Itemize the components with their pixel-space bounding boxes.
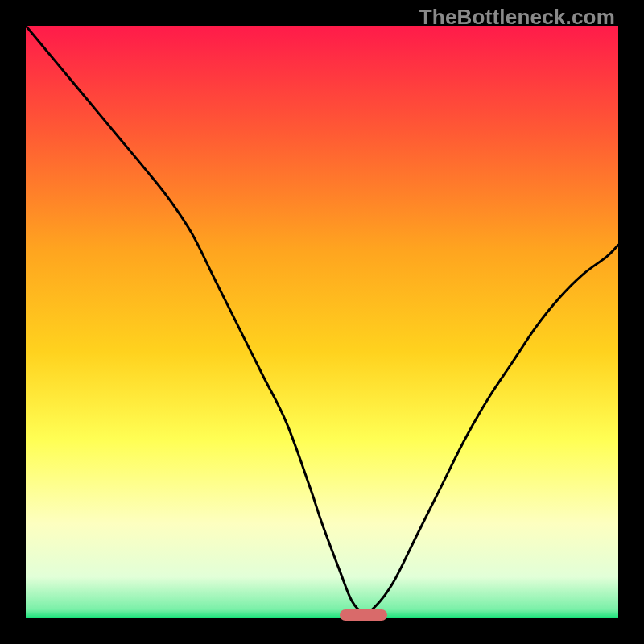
optimal-marker xyxy=(340,609,387,621)
chart-frame xyxy=(26,26,618,618)
gradient-background xyxy=(26,26,618,618)
bottleneck-chart xyxy=(26,26,618,618)
watermark-text: TheBottleneck.com xyxy=(419,5,615,30)
